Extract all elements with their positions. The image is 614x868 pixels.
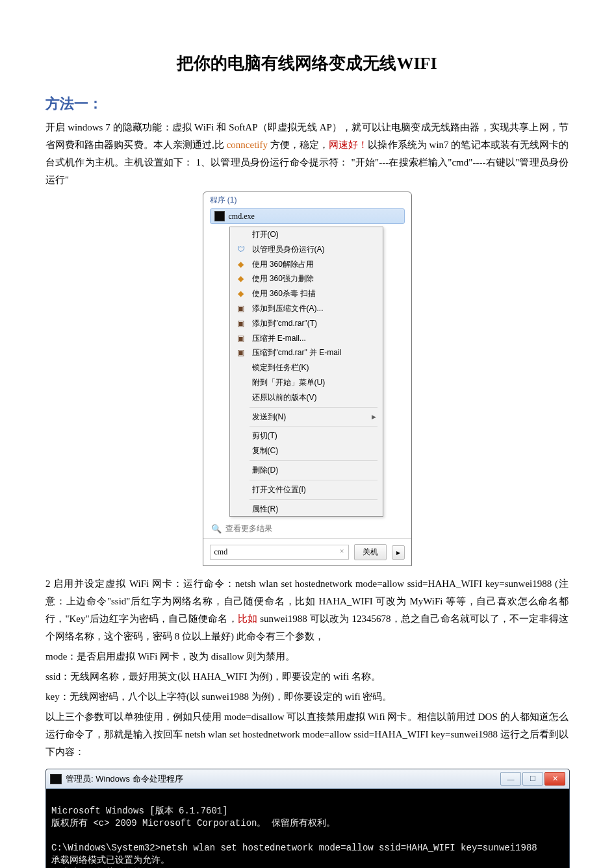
blank-icon <box>235 504 247 514</box>
archive-icon: ▣ <box>235 318 247 329</box>
360-icon: ◆ <box>235 274 247 284</box>
text-highlight: 网速好！ <box>329 140 368 150</box>
ctx-label: 使用 360解除占用 <box>252 259 314 270</box>
cmd-title: 管理员: Windows 命令处理程序 <box>66 773 183 785</box>
archive-icon: ▣ <box>235 348 247 358</box>
ctx-label: 压缩并 E-mail... <box>252 333 306 344</box>
ctx-label: 属性(R) <box>252 504 279 515</box>
blank-icon <box>235 229 247 240</box>
ctx-label: 使用 360强力删除 <box>252 273 314 284</box>
ctx-open-file-location[interactable]: 打开文件位置(I) <box>230 482 383 497</box>
ctx-copy[interactable]: 复制(C) <box>230 443 383 458</box>
ctx-properties[interactable]: 属性(R) <box>230 502 383 517</box>
360-icon: ◆ <box>235 289 247 299</box>
cmd-output: Microsoft Windows [版本 6.1.7601] 版权所有 <c>… <box>46 789 569 868</box>
ctx-add-to-cmdrar[interactable]: ▣ 添加到"cmd.rar"(T) <box>230 316 383 331</box>
params-usage: 以上三个参数可以单独使用，例如只使用 mode=disallow 可以直接禁用虚… <box>45 708 569 761</box>
ctx-run-as-admin[interactable]: 🛡 以管理员身份运行(A) <box>230 242 383 257</box>
clear-icon[interactable]: × <box>340 547 344 556</box>
cmd-line: 版权所有 <c> 2009 Microsoft Corporation。 保留所… <box>51 818 335 828</box>
text: 方便，稳定， <box>268 140 329 150</box>
search-result-cmd[interactable]: cmd.exe <box>210 208 405 224</box>
search-icon: 🔍 <box>211 524 222 534</box>
context-menu: 打开(O) 🛡 以管理员身份运行(A) ◆ 使用 360解除占用 ◆ 使用 36… <box>229 227 383 517</box>
ctx-label: 复制(C) <box>252 445 279 456</box>
shield-icon: 🛡 <box>235 244 247 254</box>
ctx-360-force-delete[interactable]: ◆ 使用 360强力删除 <box>230 271 383 286</box>
search-value: cmd <box>214 547 228 556</box>
blank-icon <box>235 412 247 422</box>
ctx-label: 以管理员身份运行(A) <box>252 244 325 255</box>
blank-icon <box>235 465 247 475</box>
cmd-line: Microsoft Windows [版本 6.1.7601] <box>51 806 228 816</box>
cmd-window: 管理员: Windows 命令处理程序 — ☐ ✕ Microsoft Wind… <box>45 769 570 868</box>
blank-icon <box>235 431 247 441</box>
section-heading: 方法一： <box>45 94 569 114</box>
separator <box>249 407 377 408</box>
blank-icon <box>235 446 247 456</box>
shutdown-options-button[interactable]: ▸ <box>392 545 405 560</box>
ctx-label: 发送到(N) <box>252 412 287 423</box>
blank-icon <box>235 484 247 495</box>
ctx-label: 锁定到任务栏(K) <box>252 362 309 373</box>
ctx-label: 剪切(T) <box>252 430 277 441</box>
minimize-button[interactable]: — <box>500 772 521 786</box>
text-highlight: 比如 <box>238 614 257 624</box>
ctx-label: 添加到压缩文件(A)... <box>252 303 324 314</box>
blank-icon <box>235 363 247 373</box>
ctx-360-unlock[interactable]: ◆ 使用 360解除占用 <box>230 257 383 272</box>
maximize-button[interactable]: ☐ <box>522 772 543 786</box>
shutdown-button[interactable]: 关机 <box>354 544 387 560</box>
ctx-label: 打开(O) <box>252 229 279 240</box>
cmd-icon <box>214 211 225 221</box>
ctx-add-to-archive[interactable]: ▣ 添加到压缩文件(A)... <box>230 301 383 316</box>
archive-icon: ▣ <box>235 303 247 314</box>
param-ssid: ssid：无线网名称，最好用英文(以 HAHA_WIFI 为例)，即要设定的 w… <box>45 668 569 686</box>
separator <box>249 480 377 480</box>
archive-icon: ▣ <box>235 333 247 343</box>
ctx-delete[interactable]: 删除(D) <box>230 463 383 478</box>
ctx-label: 删除(D) <box>252 465 279 476</box>
programs-header: 程序 (1) <box>203 192 411 207</box>
step2-paragraph: 2 启用并设定虚拟 WiFi 网卡：运行命令：netsh wlan set ho… <box>45 575 569 645</box>
ctx-label: 使用 360杀毒 扫描 <box>252 288 316 299</box>
see-more-label: 查看更多结果 <box>225 523 272 534</box>
ctx-compress-cmdrar-email[interactable]: ▣ 压缩到"cmd.rar" 并 E-mail <box>230 345 383 360</box>
cmd-titlebar: 管理员: Windows 命令处理程序 — ☐ ✕ <box>46 769 569 789</box>
search-result-label: cmd.exe <box>229 212 255 221</box>
param-mode: mode：是否启用虚拟 WiFi 网卡，改为 disallow 则为禁用。 <box>45 648 569 665</box>
ctx-pin-start[interactable]: 附到「开始」菜单(U) <box>230 375 383 390</box>
search-input[interactable]: cmd × <box>210 545 349 560</box>
separator <box>249 460 377 461</box>
page-title: 把你的电脑有线网络变成无线WIFI <box>45 52 569 75</box>
intro-paragraph: 开启 windows 7 的隐藏功能：虚拟 WiFi 和 SoftAP（即虚拟无… <box>45 119 569 189</box>
text-highlight: conncetify <box>227 140 268 150</box>
blank-icon <box>235 392 247 403</box>
ctx-compress-email[interactable]: ▣ 压缩并 E-mail... <box>230 331 383 346</box>
close-button[interactable]: ✕ <box>544 772 565 786</box>
ctx-360-scan[interactable]: ◆ 使用 360杀毒 扫描 <box>230 286 383 301</box>
cmd-icon <box>50 774 62 784</box>
ctx-previous-versions[interactable]: 还原以前的版本(V) <box>230 390 383 405</box>
ctx-pin-taskbar[interactable]: 锁定到任务栏(K) <box>230 360 383 375</box>
ctx-label: 压缩到"cmd.rar" 并 E-mail <box>252 347 342 358</box>
ctx-open[interactable]: 打开(O) <box>230 227 383 242</box>
cmd-line: 承载网络模式已设置为允许。 <box>51 855 170 865</box>
ctx-label: 附到「开始」菜单(U) <box>252 377 326 388</box>
ctx-label: 添加到"cmd.rar"(T) <box>252 318 318 329</box>
ctx-label: 打开文件位置(I) <box>252 484 306 495</box>
ctx-send-to[interactable]: 发送到(N) <box>230 410 383 425</box>
param-key: key：无线网密码，八个以上字符(以 sunwei1988 为例)，即你要设定的… <box>45 688 569 706</box>
cmd-line: C:\Windows\System32>netsh wlan set hoste… <box>51 843 537 853</box>
360-icon: ◆ <box>235 259 247 269</box>
blank-icon <box>235 377 247 388</box>
see-more-results[interactable]: 🔍 查看更多结果 <box>203 517 411 538</box>
separator <box>249 499 377 500</box>
ctx-cut[interactable]: 剪切(T) <box>230 428 383 443</box>
separator <box>249 426 377 427</box>
ctx-label: 还原以前的版本(V) <box>252 392 317 403</box>
start-menu-panel: 程序 (1) cmd.exe 打开(O) 🛡 以管理员身份运行(A) ◆ 使用 … <box>203 192 412 566</box>
